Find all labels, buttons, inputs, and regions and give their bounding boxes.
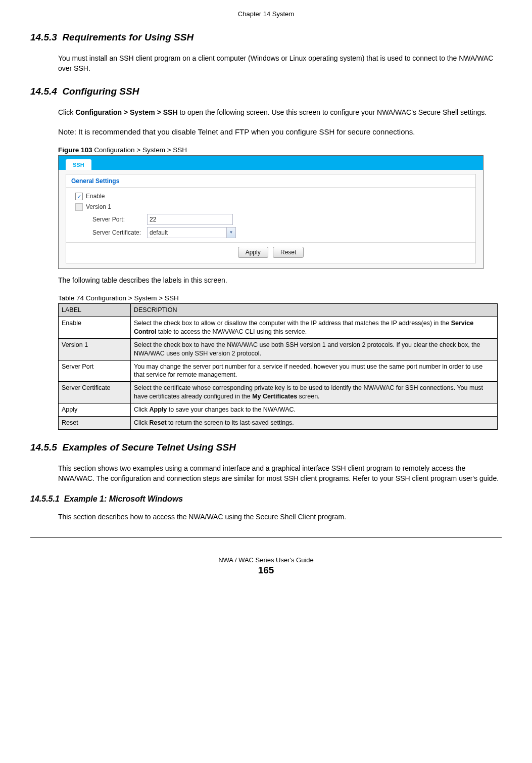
reset-button[interactable]: Reset [273, 247, 304, 258]
page-number: 165 [30, 565, 502, 576]
footer-rule [30, 537, 502, 538]
th-label: LABEL [59, 304, 131, 317]
body-text-1453: You must install an SSH client program o… [58, 53, 502, 74]
section-num: 14.5.5 [30, 442, 57, 453]
figure-label: Figure 103 Configuration > System > SSH [58, 146, 502, 154]
section-title: Examples of Secure Telnet Using SSH [62, 442, 236, 453]
table-row: Enable Select the check box to allow or … [59, 317, 498, 339]
version1-label: Version 1 [86, 203, 111, 210]
table-intro: The following table describes the labels… [58, 275, 502, 285]
chapter-header: Chapter 14 System [30, 10, 502, 18]
server-port-row: Server Port: [92, 214, 470, 225]
table-row: Version 1 Select the check box to have t… [59, 338, 498, 360]
section-title: Example 1: Microsoft Windows [64, 495, 183, 503]
server-cert-select[interactable]: default ▼ [147, 227, 236, 238]
body-text-1455: This section shows two examples using a … [58, 463, 502, 484]
section-heading-1454: 14.5.4 Configuring SSH [30, 86, 502, 97]
enable-label: Enable [86, 193, 105, 200]
server-cert-row: Server Certificate: default ▼ [92, 227, 470, 238]
panel-title: General Settings [66, 174, 475, 188]
footer-guide: NWA / WAC Series User's Guide [30, 556, 502, 564]
version1-checkbox[interactable] [75, 203, 83, 211]
body-text-1454: Click Configuration > System > SSH to op… [58, 107, 502, 117]
server-cert-value: default [150, 229, 168, 236]
section-num: 14.5.4 [30, 86, 57, 97]
panel-body: ✓ Enable Version 1 Server Port: Server C… [66, 188, 475, 242]
server-port-input[interactable] [147, 214, 233, 225]
chevron-down-icon: ▼ [226, 228, 235, 238]
table-row: Server Certificate Select the certificat… [59, 382, 498, 403]
ssh-config-screenshot: SSH General Settings ✓ Enable Version 1 … [58, 155, 483, 269]
table-caption: Table 74 Configuration > System > SSH [58, 294, 502, 302]
section-num: 14.5.5.1 [30, 495, 60, 503]
table-row: Reset Click Reset to return the screen t… [59, 416, 498, 429]
section-title: Requirements for Using SSH [62, 32, 194, 42]
section-title: Configuring SSH [62, 86, 139, 97]
server-port-label: Server Port: [92, 216, 147, 223]
table-74: LABEL DESCRIPTION Enable Select the chec… [58, 303, 498, 430]
apply-button[interactable]: Apply [238, 247, 268, 258]
section-num: 14.5.3 [30, 32, 57, 42]
section-heading-1453: 14.5.3 Requirements for Using SSH [30, 32, 502, 43]
section-heading-1455: 14.5.5 Examples of Secure Telnet Using S… [30, 442, 502, 453]
body-text-14551: This section describes how to access the… [58, 512, 502, 522]
table-header-row: LABEL DESCRIPTION [59, 304, 498, 317]
server-cert-label: Server Certificate: [92, 229, 147, 236]
section-heading-14551: 14.5.5.1 Example 1: Microsoft Windows [30, 495, 502, 504]
table-row: Server Port You may change the server po… [59, 360, 498, 382]
version1-row: Version 1 [75, 203, 470, 211]
enable-row: ✓ Enable [75, 193, 470, 200]
page-footer: NWA / WAC Series User's Guide 165 [30, 556, 502, 576]
general-settings-panel: General Settings ✓ Enable Version 1 Serv… [66, 174, 476, 263]
button-row: Apply Reset [66, 242, 475, 258]
tab-ssh[interactable]: SSH [66, 159, 91, 170]
enable-checkbox[interactable]: ✓ [75, 193, 83, 200]
tab-strip: SSH [59, 156, 483, 170]
table-row: Apply Click Apply to save your changes b… [59, 403, 498, 417]
th-desc: DESCRIPTION [131, 304, 498, 317]
note-text-1454: Note: It is recommended that you disable… [58, 126, 502, 137]
